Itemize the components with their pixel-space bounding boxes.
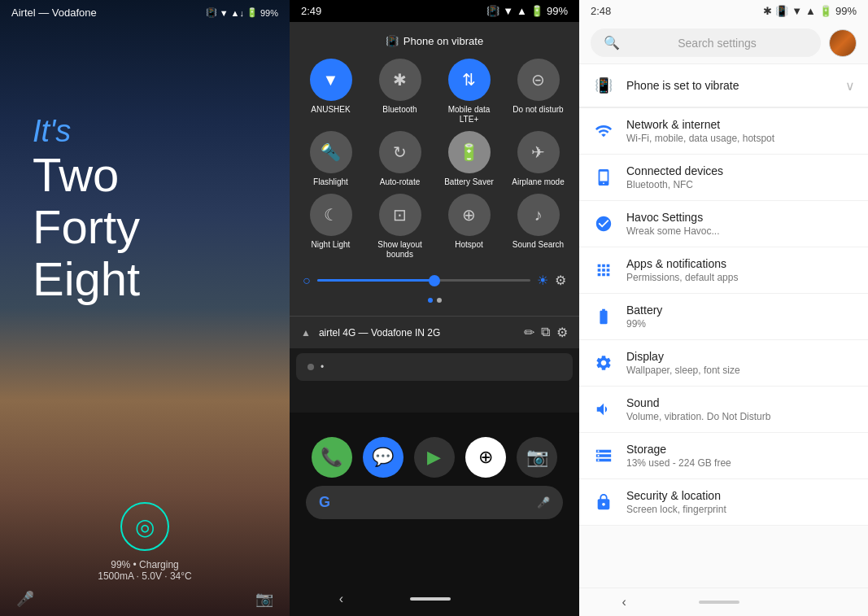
mic-search-icon[interactable]: 🎤 xyxy=(537,496,550,509)
network-title: Network & internet xyxy=(626,118,855,131)
brightness-low-icon: ○ xyxy=(303,273,311,288)
settings-time: 2:48 xyxy=(591,5,611,17)
settings-item-sound[interactable]: Sound Volume, vibration. Do Not Disturb xyxy=(579,387,868,433)
settings-list: 📳 Phone is set to vibrate ∨ Network & in… xyxy=(579,64,868,588)
vibrate-icon: 📳 xyxy=(206,7,217,18)
quick-time: 2:49 xyxy=(301,5,321,17)
dock-play-icon[interactable]: ▶ xyxy=(414,437,455,478)
vibrate-header: 📳 Phone on vibrate xyxy=(299,35,569,47)
network-row[interactable]: ▲ airtel 4G — Vodafone IN 2G ✏ ⧉ ⚙ xyxy=(290,316,579,348)
network-label: airtel 4G — Vodafone IN 2G xyxy=(319,327,516,339)
tile-mobile-icon: ⇅ xyxy=(448,59,491,101)
tile-sound-icon: ♪ xyxy=(517,194,560,236)
settings-item-apps[interactable]: Apps & notifications Permissions, defaul… xyxy=(579,247,868,294)
tile-flashlight-icon: 🔦 xyxy=(310,131,352,173)
battery-title: Battery xyxy=(626,304,855,317)
apps-text: Apps & notifications Permissions, defaul… xyxy=(626,257,855,283)
tile-rotate-label: Auto-rotate xyxy=(380,177,420,187)
camera-icon[interactable]: 📷 xyxy=(255,590,273,608)
settings-vibrate-icon: 📳 xyxy=(775,5,788,17)
settings-home-indicator[interactable] xyxy=(699,601,739,604)
display-icon xyxy=(592,352,615,374)
vibrate-title: Phone is set to vibrate xyxy=(626,79,834,92)
tile-auto-rotate[interactable]: ↻ Auto-rotate xyxy=(369,131,431,187)
settings-back-button[interactable]: ‹ xyxy=(622,595,626,609)
tile-battery-saver[interactable]: 🔋 Battery Saver xyxy=(438,131,500,187)
app-dock: 📞 💬 ▶ ⊕ 📷 xyxy=(290,429,579,486)
settings-item-storage[interactable]: Storage 13% used - 224 GB free xyxy=(579,433,868,479)
settings-item-network[interactable]: Network & internet Wi-Fi, mobile, data u… xyxy=(579,108,868,155)
notification-item[interactable]: • xyxy=(296,353,573,381)
quick-vibrate-icon: 📳 xyxy=(486,5,499,17)
apps-subtitle: Permissions, default apps xyxy=(626,272,855,283)
lock-bottom-bar: 🎤 📷 xyxy=(0,590,290,608)
search-placeholder: Search settings xyxy=(626,37,808,50)
settings-item-vibrate[interactable]: 📳 Phone is set to vibrate ∨ xyxy=(579,64,868,108)
apps-icon xyxy=(592,259,615,282)
home-indicator[interactable] xyxy=(410,597,451,601)
fingerprint-circle[interactable]: ◎ xyxy=(120,502,169,551)
tile-layout-label: Show layout bounds xyxy=(369,240,431,260)
connected-icon xyxy=(592,166,615,189)
brightness-gear-icon[interactable]: ⚙ xyxy=(555,273,566,288)
vibrate-header-text: Phone on vibrate xyxy=(403,35,483,47)
tile-sound-search[interactable]: ♪ Sound Search xyxy=(507,194,569,260)
tile-night-label: Night Light xyxy=(312,240,351,250)
tile-airplane[interactable]: ✈ Airplane mode xyxy=(507,131,569,187)
brightness-slider[interactable] xyxy=(317,279,530,282)
google-search-bar[interactable]: G 🎤 xyxy=(306,486,563,519)
settings-item-security[interactable]: Security & location Screen lock, fingerp… xyxy=(579,479,868,526)
charging-info: 99% • Charging 1500mA · 5.0V · 34°C xyxy=(0,559,290,582)
copy-icon[interactable]: ⧉ xyxy=(541,325,550,340)
network-text: Network & internet Wi-Fi, mobile, data u… xyxy=(626,118,855,144)
settings-item-connected[interactable]: Connected devices Bluetooth, NFC xyxy=(579,155,868,201)
display-subtitle: Wallpaper, sleep, font size xyxy=(626,365,855,376)
settings-icon[interactable]: ⚙ xyxy=(556,325,568,340)
tile-mobile-data[interactable]: ⇅ Mobile data LTE+ xyxy=(438,59,500,125)
edit-icon[interactable]: ✏ xyxy=(524,325,534,340)
tile-battery-label: Battery Saver xyxy=(444,177,494,187)
tile-layout-bounds[interactable]: ⊡ Show layout bounds xyxy=(369,194,431,260)
lock-screen: Airtel — Vodafone 📳 ▼ ▲↓ 🔋 99% It's Two … xyxy=(0,0,290,616)
tile-hotspot[interactable]: ⊕ Hotspot xyxy=(438,194,500,260)
quick-status-icons: 📳 ▼ ▲ 🔋 99% xyxy=(486,5,568,17)
tile-bluetooth-label: Bluetooth xyxy=(382,105,417,115)
sound-subtitle: Volume, vibration. Do Not Disturb xyxy=(626,411,855,422)
fingerprint-area[interactable]: ◎ xyxy=(120,502,169,551)
settings-item-display[interactable]: Display Wallpaper, sleep, font size xyxy=(579,340,868,387)
tile-bluetooth[interactable]: ✱ Bluetooth xyxy=(369,59,431,125)
network-action-icons: ✏ ⧉ ⚙ xyxy=(524,325,568,340)
connected-subtitle: Bluetooth, NFC xyxy=(626,179,855,190)
page-indicators xyxy=(299,295,569,306)
settings-item-battery[interactable]: Battery 99% xyxy=(579,294,868,340)
tile-wifi[interactable]: ▼ ANUSHEK xyxy=(299,59,362,125)
wifi-icon: ▼ xyxy=(220,8,229,18)
back-button[interactable]: ‹ xyxy=(339,592,343,606)
settings-search-field[interactable]: 🔍 Search settings xyxy=(591,28,821,57)
signal-bars-icon: ▲ xyxy=(301,327,311,339)
tile-hotspot-label: Hotspot xyxy=(455,240,482,250)
mic-icon[interactable]: 🎤 xyxy=(16,590,34,608)
user-avatar[interactable] xyxy=(829,29,857,57)
tile-dnd-label: Do not disturb xyxy=(513,105,563,115)
tile-flashlight[interactable]: 🔦 Flashlight xyxy=(299,131,362,187)
dot-1 xyxy=(428,298,433,303)
tile-dnd[interactable]: ⊝ Do not disturb xyxy=(507,59,569,125)
dock-phone-icon[interactable]: 📞 xyxy=(312,437,352,478)
dock-camera-icon[interactable]: 📷 xyxy=(517,437,557,478)
settings-item-havoc[interactable]: Havoc Settings Wreak some Havoc... xyxy=(579,201,868,247)
lock-status-bar: Airtel — Vodafone 📳 ▼ ▲↓ 🔋 99% xyxy=(0,0,290,25)
tile-flashlight-label: Flashlight xyxy=(313,177,348,187)
quick-wifi-icon: ▼ xyxy=(503,5,513,17)
brightness-high-icon: ☀ xyxy=(537,273,548,288)
quick-battery-percent: 99% xyxy=(547,5,568,17)
dock-chrome-icon[interactable]: ⊕ xyxy=(465,437,506,478)
dock-messages-icon[interactable]: 💬 xyxy=(363,437,403,478)
tile-airplane-icon: ✈ xyxy=(517,131,560,173)
tile-night-light[interactable]: ☾ Night Light xyxy=(299,194,362,260)
apps-title: Apps & notifications xyxy=(626,257,855,270)
network-subtitle: Wi-Fi, mobile, data usage, hotspot xyxy=(626,133,855,144)
brightness-thumb xyxy=(429,275,440,286)
sound-icon xyxy=(592,398,615,421)
quick-status-bar: 2:49 📳 ▼ ▲ 🔋 99% xyxy=(290,0,579,22)
